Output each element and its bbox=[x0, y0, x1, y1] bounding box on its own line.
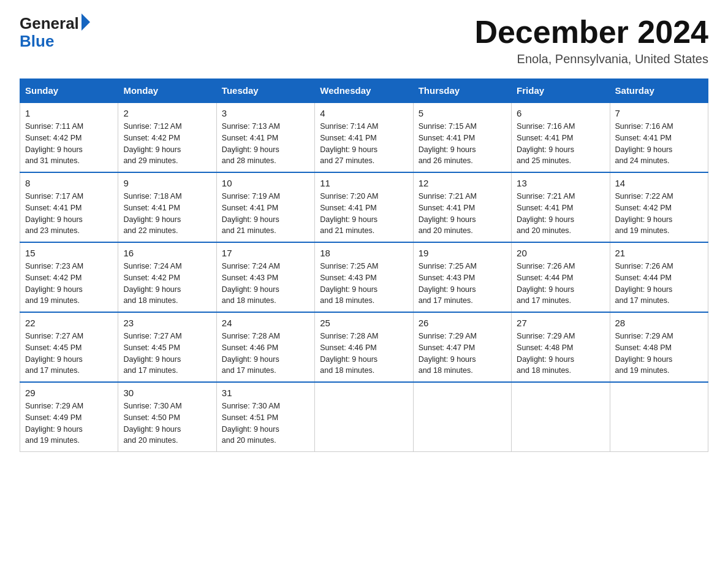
day-info: Sunrise: 7:29 AMSunset: 4:47 PMDaylight:… bbox=[419, 331, 506, 377]
day-info: Sunrise: 7:16 AMSunset: 4:41 PMDaylight:… bbox=[615, 121, 703, 167]
day-number: 8 bbox=[25, 178, 113, 188]
calendar-cell: 22Sunrise: 7:27 AMSunset: 4:45 PMDayligh… bbox=[20, 312, 118, 382]
day-number: 27 bbox=[517, 318, 604, 328]
logo-blue-text: Blue bbox=[20, 33, 54, 50]
day-number: 5 bbox=[419, 108, 506, 118]
calendar-week-row: 8Sunrise: 7:17 AMSunset: 4:41 PMDaylight… bbox=[20, 172, 708, 242]
day-info: Sunrise: 7:24 AMSunset: 4:43 PMDaylight:… bbox=[222, 261, 309, 307]
calendar-header-monday: Monday bbox=[118, 79, 216, 103]
day-info: Sunrise: 7:19 AMSunset: 4:41 PMDaylight:… bbox=[222, 191, 309, 237]
calendar-cell: 14Sunrise: 7:22 AMSunset: 4:42 PMDayligh… bbox=[610, 172, 708, 242]
day-number: 15 bbox=[25, 248, 113, 258]
location-text: Enola, Pennsylvania, United States bbox=[474, 52, 708, 66]
calendar-cell: 28Sunrise: 7:29 AMSunset: 4:48 PMDayligh… bbox=[610, 312, 708, 382]
day-number: 17 bbox=[222, 248, 309, 258]
calendar-header-row: SundayMondayTuesdayWednesdayThursdayFrid… bbox=[20, 79, 708, 103]
day-number: 23 bbox=[123, 318, 211, 328]
calendar-header-tuesday: Tuesday bbox=[216, 79, 314, 103]
calendar-cell bbox=[315, 382, 413, 452]
calendar-cell: 24Sunrise: 7:28 AMSunset: 4:46 PMDayligh… bbox=[216, 312, 314, 382]
day-info: Sunrise: 7:30 AMSunset: 4:51 PMDaylight:… bbox=[222, 400, 309, 446]
day-number: 18 bbox=[320, 248, 408, 258]
day-number: 1 bbox=[25, 108, 113, 118]
calendar-cell: 8Sunrise: 7:17 AMSunset: 4:41 PMDaylight… bbox=[20, 172, 118, 242]
day-info: Sunrise: 7:21 AMSunset: 4:41 PMDaylight:… bbox=[517, 191, 604, 237]
calendar-cell: 12Sunrise: 7:21 AMSunset: 4:41 PMDayligh… bbox=[413, 172, 511, 242]
calendar-cell: 7Sunrise: 7:16 AMSunset: 4:41 PMDaylight… bbox=[610, 102, 708, 172]
day-number: 10 bbox=[222, 178, 309, 188]
title-block: December 2024 Enola, Pennsylvania, Unite… bbox=[474, 15, 708, 66]
day-info: Sunrise: 7:29 AMSunset: 4:48 PMDaylight:… bbox=[615, 331, 703, 377]
calendar-cell: 15Sunrise: 7:23 AMSunset: 4:42 PMDayligh… bbox=[20, 242, 118, 312]
calendar-cell: 3Sunrise: 7:13 AMSunset: 4:41 PMDaylight… bbox=[216, 102, 314, 172]
calendar-header-wednesday: Wednesday bbox=[315, 79, 413, 103]
day-info: Sunrise: 7:23 AMSunset: 4:42 PMDaylight:… bbox=[25, 261, 113, 307]
day-number: 9 bbox=[123, 178, 211, 188]
day-info: Sunrise: 7:24 AMSunset: 4:42 PMDaylight:… bbox=[123, 261, 211, 307]
day-info: Sunrise: 7:16 AMSunset: 4:41 PMDaylight:… bbox=[517, 121, 604, 167]
day-number: 22 bbox=[25, 318, 113, 328]
calendar-cell: 27Sunrise: 7:29 AMSunset: 4:48 PMDayligh… bbox=[512, 312, 610, 382]
calendar-week-row: 22Sunrise: 7:27 AMSunset: 4:45 PMDayligh… bbox=[20, 312, 708, 382]
calendar-cell: 4Sunrise: 7:14 AMSunset: 4:41 PMDaylight… bbox=[315, 102, 413, 172]
logo-general-text: General bbox=[20, 15, 79, 33]
calendar-cell: 20Sunrise: 7:26 AMSunset: 4:44 PMDayligh… bbox=[512, 242, 610, 312]
day-info: Sunrise: 7:28 AMSunset: 4:46 PMDaylight:… bbox=[320, 331, 408, 377]
day-number: 29 bbox=[25, 388, 113, 398]
calendar-cell: 26Sunrise: 7:29 AMSunset: 4:47 PMDayligh… bbox=[413, 312, 511, 382]
day-number: 30 bbox=[123, 388, 211, 398]
day-info: Sunrise: 7:21 AMSunset: 4:41 PMDaylight:… bbox=[419, 191, 506, 237]
calendar-cell bbox=[413, 382, 511, 452]
calendar-header-friday: Friday bbox=[512, 79, 610, 103]
calendar-cell: 6Sunrise: 7:16 AMSunset: 4:41 PMDaylight… bbox=[512, 102, 610, 172]
day-info: Sunrise: 7:12 AMSunset: 4:42 PMDaylight:… bbox=[123, 121, 211, 167]
day-info: Sunrise: 7:15 AMSunset: 4:41 PMDaylight:… bbox=[419, 121, 506, 167]
calendar-cell: 5Sunrise: 7:15 AMSunset: 4:41 PMDaylight… bbox=[413, 102, 511, 172]
day-number: 12 bbox=[419, 178, 506, 188]
day-info: Sunrise: 7:20 AMSunset: 4:41 PMDaylight:… bbox=[320, 191, 408, 237]
calendar-cell: 10Sunrise: 7:19 AMSunset: 4:41 PMDayligh… bbox=[216, 172, 314, 242]
day-number: 20 bbox=[517, 248, 604, 258]
day-number: 21 bbox=[615, 248, 703, 258]
calendar-cell: 13Sunrise: 7:21 AMSunset: 4:41 PMDayligh… bbox=[512, 172, 610, 242]
calendar-header-saturday: Saturday bbox=[610, 79, 708, 103]
day-info: Sunrise: 7:28 AMSunset: 4:46 PMDaylight:… bbox=[222, 331, 309, 377]
day-number: 24 bbox=[222, 318, 309, 328]
day-info: Sunrise: 7:29 AMSunset: 4:48 PMDaylight:… bbox=[517, 331, 604, 377]
logo-triangle-icon bbox=[82, 13, 90, 31]
calendar-cell: 11Sunrise: 7:20 AMSunset: 4:41 PMDayligh… bbox=[315, 172, 413, 242]
day-number: 11 bbox=[320, 178, 408, 188]
calendar-cell bbox=[610, 382, 708, 452]
day-info: Sunrise: 7:26 AMSunset: 4:44 PMDaylight:… bbox=[615, 261, 703, 307]
day-number: 4 bbox=[320, 108, 408, 118]
calendar-cell: 25Sunrise: 7:28 AMSunset: 4:46 PMDayligh… bbox=[315, 312, 413, 382]
calendar-cell: 31Sunrise: 7:30 AMSunset: 4:51 PMDayligh… bbox=[216, 382, 314, 452]
logo: General Blue bbox=[20, 15, 90, 50]
day-info: Sunrise: 7:25 AMSunset: 4:43 PMDaylight:… bbox=[320, 261, 408, 307]
day-info: Sunrise: 7:18 AMSunset: 4:41 PMDaylight:… bbox=[123, 191, 211, 237]
day-number: 2 bbox=[123, 108, 211, 118]
calendar-cell: 17Sunrise: 7:24 AMSunset: 4:43 PMDayligh… bbox=[216, 242, 314, 312]
day-number: 3 bbox=[222, 108, 309, 118]
calendar-table: SundayMondayTuesdayWednesdayThursdayFrid… bbox=[20, 79, 708, 452]
day-info: Sunrise: 7:30 AMSunset: 4:50 PMDaylight:… bbox=[123, 400, 211, 446]
calendar-week-row: 1Sunrise: 7:11 AMSunset: 4:42 PMDaylight… bbox=[20, 102, 708, 172]
calendar-week-row: 15Sunrise: 7:23 AMSunset: 4:42 PMDayligh… bbox=[20, 242, 708, 312]
day-number: 16 bbox=[123, 248, 211, 258]
day-info: Sunrise: 7:27 AMSunset: 4:45 PMDaylight:… bbox=[123, 331, 211, 377]
day-number: 26 bbox=[419, 318, 506, 328]
day-info: Sunrise: 7:14 AMSunset: 4:41 PMDaylight:… bbox=[320, 121, 408, 167]
day-info: Sunrise: 7:29 AMSunset: 4:49 PMDaylight:… bbox=[25, 400, 113, 446]
day-number: 25 bbox=[320, 318, 408, 328]
calendar-header-sunday: Sunday bbox=[20, 79, 118, 103]
day-number: 19 bbox=[419, 248, 506, 258]
calendar-cell: 9Sunrise: 7:18 AMSunset: 4:41 PMDaylight… bbox=[118, 172, 216, 242]
day-info: Sunrise: 7:13 AMSunset: 4:41 PMDaylight:… bbox=[222, 121, 309, 167]
day-info: Sunrise: 7:26 AMSunset: 4:44 PMDaylight:… bbox=[517, 261, 604, 307]
day-number: 7 bbox=[615, 108, 703, 118]
calendar-cell: 1Sunrise: 7:11 AMSunset: 4:42 PMDaylight… bbox=[20, 102, 118, 172]
calendar-cell bbox=[512, 382, 610, 452]
calendar-cell: 30Sunrise: 7:30 AMSunset: 4:50 PMDayligh… bbox=[118, 382, 216, 452]
day-info: Sunrise: 7:11 AMSunset: 4:42 PMDaylight:… bbox=[25, 121, 113, 167]
day-number: 6 bbox=[517, 108, 604, 118]
